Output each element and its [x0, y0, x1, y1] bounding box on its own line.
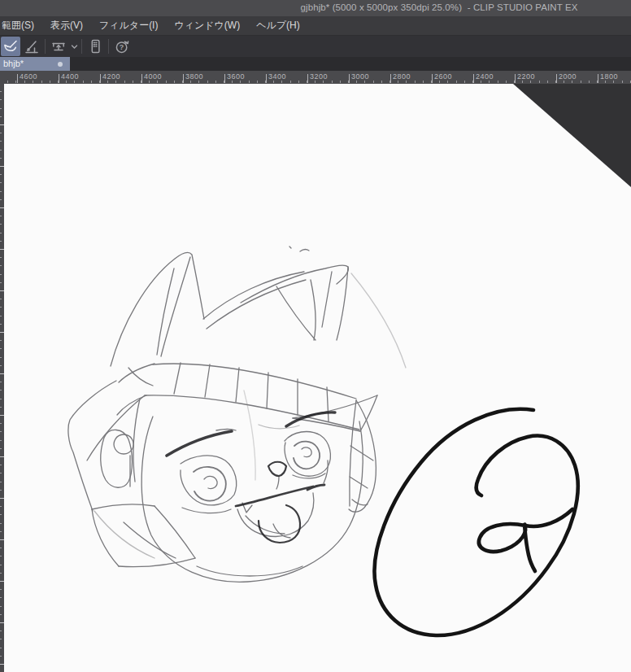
ruler-label: 2800: [393, 72, 411, 81]
window-title: gjbhjb* (5000 x 5000px 350dpi 25.0%) - C…: [301, 2, 578, 12]
canvas[interactable]: [4, 84, 631, 672]
ruler-label: 3200: [310, 72, 328, 81]
sketch-character-head: [68, 247, 406, 582]
title-bar[interactable]: gjbhjb* (5000 x 5000px 350dpi 25.0%) - C…: [0, 0, 631, 16]
command-bar: ?: [0, 36, 631, 57]
ruler-label: 2400: [476, 72, 494, 81]
menu-item-0[interactable]: 範囲(S): [0, 16, 42, 35]
menu-item-3[interactable]: ウィンドウ(W): [166, 16, 248, 35]
canvas-artwork: [4, 84, 631, 672]
ruler-major-tick: [224, 74, 225, 83]
brush-bowl-tool-button[interactable]: [1, 37, 20, 56]
ruler-major-tick: [515, 74, 516, 83]
pen-edge-tool-button[interactable]: [22, 37, 41, 56]
ruler-label: 4600: [20, 72, 37, 81]
ruler-major-tick: [307, 74, 308, 83]
toolbar-separator: [108, 39, 109, 54]
menu-item-1[interactable]: 表示(V): [42, 16, 91, 35]
ruler-major-tick: [141, 74, 142, 83]
toolbar-separator: [45, 39, 46, 54]
ruler-label: 3400: [268, 72, 286, 81]
ruler-label: 2200: [517, 72, 535, 81]
document-tab[interactable]: bhjb*: [0, 57, 70, 71]
ruler-label: 4400: [61, 72, 79, 81]
ruler-label: 4000: [144, 72, 162, 81]
document-tab-bar: bhjb*: [0, 57, 631, 71]
scribble-stroke: [375, 409, 578, 635]
menu-item-2[interactable]: フィルター(I): [91, 16, 166, 35]
ruler-label: 4200: [102, 72, 120, 81]
help-circle-icon: ?: [114, 38, 130, 55]
ruler-label: 3000: [351, 72, 369, 81]
ruler-label: 2600: [434, 72, 452, 81]
ruler-major-tick: [17, 74, 18, 83]
svg-text:?: ?: [120, 43, 124, 51]
menu-item-4[interactable]: ヘルプ(H): [248, 16, 308, 35]
ruler-major-tick: [183, 74, 184, 83]
ruler-label: 3800: [185, 72, 203, 81]
ruler-major-tick: [556, 74, 557, 83]
clip-studio-paint-window: { "window": { "title": "gjbhjb* (5000 x …: [0, 0, 631, 672]
ruler-major-tick: [598, 74, 598, 83]
document-tab-label: bhjb*: [3, 59, 24, 68]
ruler-label: 2000: [559, 72, 577, 81]
unsaved-indicator-dot: [58, 62, 63, 67]
bed-arrow-icon: [50, 38, 67, 55]
tablet-icon: [87, 38, 103, 55]
ruler-major-tick: [59, 74, 59, 83]
toolbar-separator: [81, 39, 82, 54]
ruler-label: 1800: [600, 72, 618, 81]
brush-bowl-icon: [2, 38, 19, 55]
ruler-major-tick: [349, 74, 350, 83]
pasteboard-corner: [513, 84, 631, 187]
help-button[interactable]: ?: [112, 37, 132, 56]
ruler-major-tick: [390, 74, 391, 83]
menu-bar: 範囲(S)表示(V)フィルター(I)ウィンドウ(W)ヘルプ(H): [0, 16, 631, 36]
ruler-major-tick: [432, 74, 433, 83]
pen-edge-icon: [24, 38, 40, 55]
horizontal-ruler: 4600440042004000380036003400320030002800…: [0, 71, 631, 84]
fit-canvas-button[interactable]: [49, 37, 68, 56]
companion-tablet-button[interactable]: [85, 37, 105, 56]
ruler-label: 3600: [227, 72, 245, 81]
ruler-major-tick: [266, 74, 267, 83]
ruler-major-tick: [100, 74, 101, 83]
ruler-major-tick: [473, 74, 474, 83]
chevron-down-icon[interactable]: [69, 37, 79, 56]
